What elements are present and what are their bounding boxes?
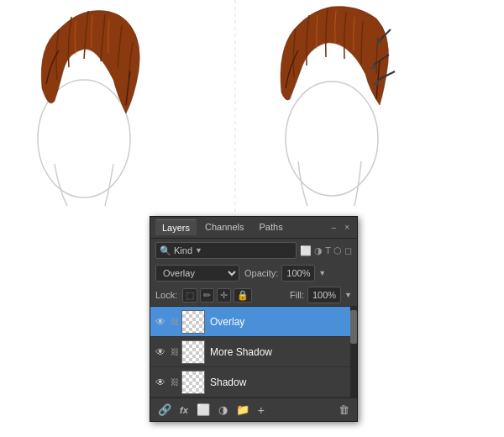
shape-icon[interactable]: ⬡	[333, 245, 342, 256]
visibility-icon[interactable]: 👁	[154, 345, 167, 359]
link-icon: ⛓	[170, 315, 180, 329]
layer-item[interactable]: 👁 ⛓ More Shadow	[150, 337, 357, 367]
lock-label: Lock:	[155, 290, 177, 300]
collapse-button[interactable]: –	[329, 222, 339, 233]
new-group-button[interactable]: 📁	[234, 402, 252, 418]
link-icon: ⛓	[170, 345, 180, 359]
link-layers-button[interactable]: 🔗	[155, 402, 174, 418]
opacity-label: Opacity:	[244, 268, 278, 278]
adjustment-filter-icon[interactable]: ◑	[314, 245, 323, 256]
blend-row: Overlay Normal Multiply Screen Opacity: …	[150, 262, 357, 284]
panel-tabs: Layers Channels Paths	[155, 219, 290, 235]
tab-channels[interactable]: Channels	[198, 219, 250, 235]
kind-row: 🔍 Kind ▼ ⬜ ◑ T ⬡ ◻	[150, 239, 357, 262]
kind-label: Kind	[174, 245, 192, 255]
layer-name: More Shadow	[210, 346, 354, 358]
search-icon: 🔍	[160, 245, 171, 256]
kind-icons: ⬜ ◑ T ⬡ ◻	[300, 245, 352, 256]
layer-thumbnail	[181, 340, 205, 364]
layer-item[interactable]: 👁 ⛓ Overlay	[150, 307, 357, 337]
tab-layers[interactable]: Layers	[155, 219, 197, 235]
panel-controls: – ×	[329, 222, 352, 233]
pixel-icon[interactable]: ⬜	[300, 245, 312, 256]
lock-row: Lock: ⬚ ✏ ✛ 🔒 Fill: ▼	[150, 284, 357, 307]
opacity-row: Opacity: ▼	[244, 265, 352, 282]
add-mask-button[interactable]: ⬜	[194, 402, 213, 418]
visibility-icon[interactable]: 👁	[154, 376, 167, 389]
lock-icons: ⬚ ✏ ✛ 🔒	[182, 288, 286, 303]
layer-styles-button[interactable]: fx	[177, 403, 191, 417]
layer-thumbnail	[181, 371, 205, 394]
type-icon[interactable]: T	[325, 245, 331, 255]
layer-item[interactable]: 👁 ⛓ Shadow	[150, 367, 357, 398]
scrollbar-thumb[interactable]	[350, 310, 357, 344]
scrollbar[interactable]	[350, 307, 357, 398]
smart-object-icon[interactable]: ◻	[344, 245, 352, 256]
lock-position-icon[interactable]: ✛	[217, 288, 231, 303]
delete-layer-button[interactable]: 🗑	[336, 402, 352, 418]
panel-header: Layers Channels Paths – ×	[150, 217, 357, 239]
fill-arrow[interactable]: ▼	[344, 291, 352, 299]
layers-list: 👁 ⛓ Overlay 👁 ⛓ More Shadow 👁 ⛓ Shadow	[150, 307, 357, 398]
lock-pixels-icon[interactable]: ✏	[200, 288, 214, 303]
bottom-toolbar: 🔗 fx ⬜ ◑ 📁 + 🗑	[150, 398, 357, 421]
close-button[interactable]: ×	[342, 222, 352, 233]
fill-input[interactable]	[307, 287, 341, 303]
layers-panel: Layers Channels Paths – × 🔍 Kind ▼ ⬜ ◑ T…	[150, 216, 358, 422]
lock-all-icon[interactable]: 🔒	[234, 288, 252, 303]
svg-point-1	[286, 82, 378, 196]
fill-label: Fill:	[290, 290, 304, 300]
fill-row: Fill: ▼	[290, 287, 352, 303]
visibility-icon[interactable]: 👁	[154, 315, 167, 329]
link-icon: ⛓	[170, 376, 180, 389]
layer-thumbnail	[181, 310, 205, 334]
lock-transparent-icon[interactable]: ⬚	[182, 288, 197, 303]
blend-mode-select[interactable]: Overlay Normal Multiply Screen	[155, 265, 239, 282]
layer-name: Shadow	[210, 376, 354, 388]
layer-name: Overlay	[210, 316, 354, 328]
opacity-input[interactable]	[281, 265, 315, 282]
new-layer-button[interactable]: +	[255, 402, 267, 419]
opacity-arrow[interactable]: ▼	[318, 269, 326, 277]
kind-search[interactable]: 🔍 Kind ▼	[155, 242, 297, 259]
dropdown-arrow: ▼	[195, 246, 202, 255]
adjustment-button[interactable]: ◑	[216, 402, 230, 418]
tab-paths[interactable]: Paths	[253, 219, 290, 235]
